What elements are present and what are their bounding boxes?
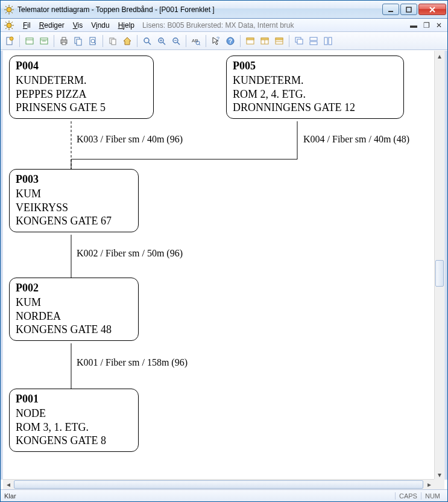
status-caps: CAPS [395, 492, 421, 500]
svg-rect-69 [329, 37, 332, 45]
mdi-close-icon[interactable]: ✕ [434, 21, 444, 30]
svg-marker-39 [124, 37, 131, 45]
tool-card2-icon[interactable] [37, 34, 51, 48]
title-bar[interactable]: Telemator nettdiagram - Toppen Bredbånd … [1, 1, 447, 19]
edge-label-k003: K003 / Fiber sm / 40m (96) [77, 134, 183, 145]
tool-preview-icon[interactable] [86, 34, 99, 48]
license-text: Lisens: B005 Brukersted: MX Data, Intern… [142, 21, 294, 30]
svg-point-23 [10, 37, 13, 40]
tool-help-icon[interactable]: ? [224, 34, 237, 48]
svg-rect-66 [310, 37, 317, 40]
tool-cascade-icon[interactable] [292, 34, 306, 48]
node-p002[interactable]: P002 KUM NORDEA KONGENS GATE 48 [9, 278, 139, 341]
tool-copy-sheet-icon[interactable] [72, 34, 85, 48]
tool-card1-icon[interactable] [23, 34, 36, 48]
node-p005[interactable]: P005 KUNDETERM. ROM 2, 4. ETG. DRONNINGE… [226, 56, 404, 119]
node-p003[interactable]: P003 KUM VEIKRYSS KONGENS GATE 67 [9, 169, 139, 232]
svg-rect-38 [112, 39, 116, 45]
scroll-down-arrow-icon[interactable]: ▾ [435, 469, 444, 480]
window-controls [381, 4, 446, 15]
svg-rect-62 [276, 38, 283, 40]
svg-point-13 [7, 23, 11, 28]
node-line: NORDEA [16, 310, 132, 323]
svg-text:?: ? [229, 38, 232, 45]
tool-tile-h-icon[interactable] [307, 34, 320, 48]
window-title: Telemator nettdiagram - Toppen Bredbånd … [17, 5, 381, 14]
node-id: P005 [233, 60, 397, 72]
scroll-right-arrow-icon[interactable]: ▸ [424, 480, 434, 490]
tool-help-pointer-icon[interactable]: ? [209, 34, 222, 48]
tool-find-text-icon[interactable]: AB [189, 34, 203, 48]
menu-hjelp[interactable]: Hjelp [114, 20, 139, 31]
hscroll-track[interactable] [13, 480, 424, 489]
tool-win2-icon[interactable] [258, 34, 271, 48]
mdi-restore-icon[interactable]: ❐ [421, 21, 432, 30]
tool-copy-icon[interactable] [106, 34, 119, 48]
svg-line-19 [11, 28, 13, 29]
toolbar-separator [19, 35, 20, 47]
svg-rect-24 [26, 38, 33, 44]
status-bar: Klar CAPS NUM [1, 489, 447, 501]
node-id: P004 [16, 60, 147, 72]
node-line: KONGENS GATE 67 [16, 214, 132, 228]
edge-label-k004: K004 / Fiber sm / 40m (48) [303, 134, 409, 145]
node-p001[interactable]: P001 NODE ROM 3, 1. ETG. KONGENS GATE 8 [9, 389, 139, 452]
node-line: PEPPES PIZZA [16, 87, 147, 101]
hscroll-thumb[interactable] [14, 480, 423, 489]
menu-app-icon [4, 21, 14, 30]
svg-text:AB: AB [192, 38, 198, 43]
svg-line-20 [11, 22, 13, 23]
toolbar-separator [186, 35, 186, 47]
toolbar-separator [54, 35, 54, 47]
node-line: KONGENS GATE 48 [16, 323, 132, 337]
menu-rediger[interactable]: Rediger [35, 20, 69, 31]
node-line: PRINSENS GATE 5 [16, 101, 147, 115]
node-line: KUNDETERM. [233, 74, 397, 87]
menu-vis[interactable]: Vis [69, 20, 87, 31]
vertical-scrollbar[interactable]: ▴ ▾ [434, 51, 444, 480]
tool-win1-icon[interactable] [244, 34, 257, 48]
edge-label-k001: K001 / Fiber sm / 158m (96) [77, 357, 188, 368]
node-p004[interactable]: P004 KUNDETERM. PEPPES PIZZA PRINSENS GA… [9, 56, 154, 119]
status-num: NUM [421, 492, 444, 500]
tool-print-icon[interactable] [57, 34, 71, 48]
svg-rect-30 [62, 37, 66, 40]
node-line: ROM 2, 4. ETG. [233, 87, 397, 101]
tool-home-icon[interactable] [121, 34, 134, 48]
svg-line-48 [177, 42, 180, 45]
vscroll-track[interactable] [435, 61, 444, 469]
menu-vindu[interactable]: Vindu [87, 20, 114, 31]
diagram-canvas[interactable]: P004 KUNDETERM. PEPPES PIZZA PRINSENS GA… [3, 51, 434, 479]
svg-line-8 [5, 12, 7, 13]
tool-new-icon[interactable] [3, 34, 16, 48]
svg-rect-57 [247, 38, 254, 40]
tool-tile-v-icon[interactable] [321, 34, 335, 48]
svg-rect-33 [77, 39, 81, 45]
tool-zoom-icon[interactable] [140, 34, 154, 48]
toolbar: AB ? ? [1, 32, 447, 50]
svg-line-21 [5, 28, 7, 29]
tool-zoom-in-icon[interactable] [155, 34, 168, 48]
horizontal-scrollbar[interactable]: ◂ ▸ [3, 479, 434, 489]
menu-fil[interactable]: Fil [19, 20, 35, 31]
minimize-button[interactable] [382, 4, 399, 15]
scroll-left-arrow-icon[interactable]: ◂ [3, 480, 13, 490]
scroll-up-arrow-icon[interactable]: ▴ [435, 51, 444, 61]
app-window: Telemator nettdiagram - Toppen Bredbånd … [0, 0, 448, 502]
node-line: NODE [16, 407, 132, 421]
toolbar-separator [103, 35, 103, 47]
close-button[interactable] [418, 4, 446, 15]
mdi-minimize-icon[interactable]: ▬ [408, 21, 419, 30]
tool-win3-icon[interactable] [273, 34, 286, 48]
app-icon [4, 5, 14, 14]
tool-zoom-out-icon[interactable] [169, 34, 183, 48]
svg-rect-10 [406, 7, 411, 12]
toolbar-separator [206, 35, 206, 47]
svg-rect-65 [297, 39, 303, 44]
node-line: VEIKRYSS [16, 201, 132, 215]
menu-bar: Fil Rediger Vis Vindu Hjelp Lisens: B005… [1, 19, 447, 32]
maximize-button[interactable] [400, 4, 417, 15]
vscroll-thumb[interactable] [435, 260, 444, 287]
frame-right-border [444, 51, 447, 480]
svg-rect-67 [310, 42, 317, 45]
